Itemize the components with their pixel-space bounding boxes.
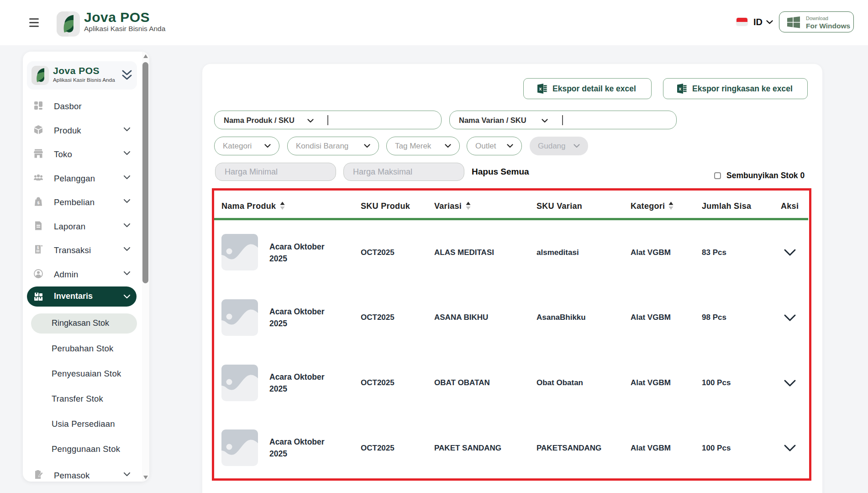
svg-text:$: $ [37,201,39,205]
svg-text:x: x [679,86,681,91]
svg-text:$: $ [37,245,39,250]
svg-text:x: x [539,86,542,91]
